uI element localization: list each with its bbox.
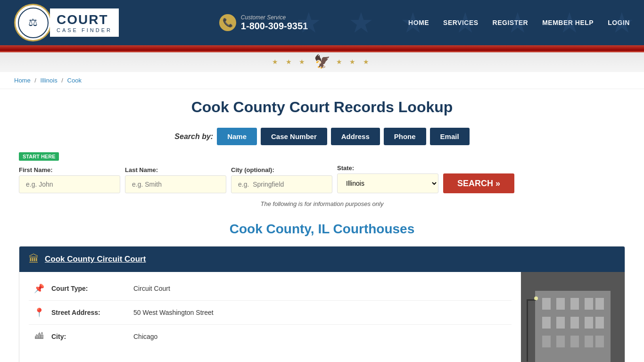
city-group: City (optional): xyxy=(231,166,332,193)
nav-services[interactable]: SERVICES xyxy=(443,19,479,26)
tab-name[interactable]: Name xyxy=(217,128,257,145)
svg-rect-6 xyxy=(595,298,604,310)
city-label: City (optional): xyxy=(231,166,332,173)
svg-rect-16 xyxy=(595,336,604,347)
court-type-row: 📌 Court Type: Circuit Court xyxy=(29,277,512,301)
city-detail-value: Chicago xyxy=(133,333,157,340)
state-select[interactable]: Illinois Alabama Alaska Arizona Arkansas… xyxy=(337,173,438,193)
main-nav: HOME SERVICES REGISTER MEMBER HELP LOGIN xyxy=(408,19,630,26)
search-button-label: SEARCH » xyxy=(457,179,500,189)
breadcrumb-illinois[interactable]: Illinois xyxy=(41,77,58,84)
city-detail-label: City: xyxy=(51,333,127,340)
phone-icon: 📞 xyxy=(219,14,236,31)
search-form: First Name: Last Name: City (optional): … xyxy=(19,165,625,193)
svg-rect-5 xyxy=(585,298,593,310)
svg-rect-12 xyxy=(542,336,551,347)
city-icon: 🏙 xyxy=(33,331,45,341)
stars-right: ★ ★ ★ xyxy=(336,58,372,66)
nav-home[interactable]: HOME xyxy=(408,19,429,26)
first-name-label: First Name: xyxy=(19,166,120,173)
tab-address[interactable]: Address xyxy=(331,128,380,145)
svg-rect-10 xyxy=(585,317,593,329)
last-name-input[interactable] xyxy=(125,175,226,193)
breadcrumb-sep-2: / xyxy=(61,77,65,84)
red-banner xyxy=(0,45,644,51)
last-name-label: Last Name: xyxy=(125,166,226,173)
first-name-input[interactable] xyxy=(19,175,120,193)
eagle-banner: ★ ★ ★ 🦅 ★ ★ ★ xyxy=(0,51,644,72)
court-type-icon: 📌 xyxy=(33,283,45,294)
eagle-icon: 🦅 xyxy=(314,54,330,69)
nav-login[interactable]: LOGIN xyxy=(608,19,630,26)
breadcrumb-sep-1: / xyxy=(34,77,38,84)
tab-case-number[interactable]: Case Number xyxy=(261,128,327,145)
court-type-value: Circuit Court xyxy=(133,285,170,292)
svg-rect-15 xyxy=(585,336,593,347)
street-address-label: Street Address: xyxy=(51,309,127,316)
nav-member-help[interactable]: MEMBER HELP xyxy=(542,19,594,26)
first-name-group: First Name: xyxy=(19,166,120,193)
svg-rect-11 xyxy=(595,317,604,329)
stars-left: ★ ★ ★ xyxy=(272,58,308,66)
cs-text: Customer Service 1-800-309-9351 xyxy=(241,14,308,32)
court-image xyxy=(521,272,625,362)
state-label: State: xyxy=(337,165,438,172)
logo-case-finder-label: CASE FINDER xyxy=(57,27,112,33)
tab-email[interactable]: Email xyxy=(430,128,470,145)
info-text: The following is for information purpose… xyxy=(19,200,625,207)
court-card-header: 🏛 Cook County Circuit Court xyxy=(19,247,625,272)
logo-circle: ⚖ xyxy=(14,4,52,41)
svg-rect-14 xyxy=(570,336,579,347)
nav-register[interactable]: REGISTER xyxy=(493,19,528,26)
svg-rect-9 xyxy=(570,317,579,329)
logo-court-label: COURT xyxy=(57,12,112,27)
svg-rect-8 xyxy=(556,317,565,329)
svg-rect-13 xyxy=(556,336,565,347)
customer-service-area: 📞 Customer Service 1-800-309-9351 xyxy=(219,14,308,32)
eagle-center: ★ ★ ★ 🦅 ★ ★ ★ xyxy=(272,54,372,69)
site-header: ★ ★ ★ ★ ★ ★ ★ ⚖ COURT CASE FINDER 📞 Cust… xyxy=(0,0,644,45)
search-by-row: Search by: Name Case Number Address Phon… xyxy=(19,128,625,145)
court-details: 📌 Court Type: Circuit Court 📍 Street Add… xyxy=(19,272,521,362)
court-card-body: 📌 Court Type: Circuit Court 📍 Street Add… xyxy=(19,272,625,362)
start-here-label: START HERE xyxy=(19,152,59,161)
city-row: 🏙 City: Chicago xyxy=(29,325,512,348)
cs-phone: 1-800-309-9351 xyxy=(241,21,308,32)
court-name[interactable]: Cook County Circuit Court xyxy=(45,255,146,264)
search-button[interactable]: SEARCH » xyxy=(443,173,514,193)
court-type-label: Court Type: xyxy=(51,285,127,292)
logo-area[interactable]: ⚖ COURT CASE FINDER xyxy=(14,4,119,41)
address-icon: 📍 xyxy=(33,307,45,318)
court-card-cook-county: 🏛 Cook County Circuit Court 📌 Court Type… xyxy=(19,246,625,362)
breadcrumb-cook[interactable]: Cook xyxy=(67,77,82,84)
svg-rect-7 xyxy=(542,317,551,329)
court-building-image xyxy=(521,272,625,362)
tab-phone[interactable]: Phone xyxy=(384,128,426,145)
start-here-badge: START HERE xyxy=(19,152,625,165)
breadcrumb: Home / Illinois / Cook xyxy=(0,72,644,89)
last-name-group: Last Name: xyxy=(125,166,226,193)
courthouses-title: Cook County, IL Courthouses xyxy=(19,222,625,237)
search-by-label: Search by: xyxy=(174,132,213,141)
svg-rect-4 xyxy=(570,298,579,310)
logo-icon: ⚖ xyxy=(18,8,49,38)
page-title: Cook County Court Records Lookup xyxy=(19,99,625,116)
main-content: Cook County Court Records Lookup Search … xyxy=(0,89,644,362)
svg-rect-3 xyxy=(556,298,565,310)
street-address-row: 📍 Street Address: 50 West Washington Str… xyxy=(29,301,512,325)
courthouse-icon: 🏛 xyxy=(29,253,39,265)
logo-text: COURT CASE FINDER xyxy=(50,8,119,37)
cs-label: Customer Service xyxy=(241,14,308,21)
street-address-value: 50 West Washington Street xyxy=(133,309,214,316)
state-group: State: Illinois Alabama Alaska Arizona A… xyxy=(337,165,438,193)
breadcrumb-home[interactable]: Home xyxy=(14,77,31,84)
svg-rect-2 xyxy=(542,298,551,310)
svg-point-19 xyxy=(534,296,538,300)
city-input[interactable] xyxy=(231,175,332,193)
svg-rect-17 xyxy=(527,300,528,362)
